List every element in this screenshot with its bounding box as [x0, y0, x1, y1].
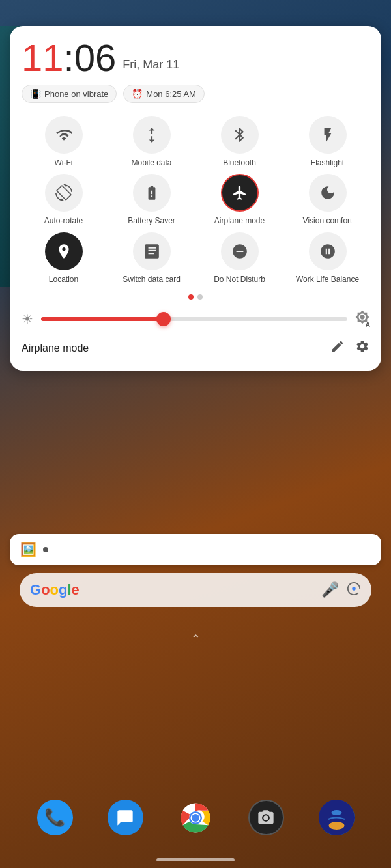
tile-auto-rotate[interactable]: Auto-rotate [22, 174, 106, 225]
tile-mobile-data-icon [133, 116, 171, 154]
tile-work-life-balance-label: Work Life Balance [296, 275, 359, 284]
dock-chrome[interactable] [178, 800, 214, 835]
dock-phone[interactable]: 📞 [37, 800, 73, 835]
tile-battery-saver[interactable]: Battery Saver [109, 174, 194, 225]
tile-mobile-data-label: Mobile data [131, 158, 171, 167]
clock-date: Fri, Mar 11 [123, 58, 179, 72]
tile-bluetooth-label: Bluetooth [223, 158, 256, 167]
tile-do-not-disturb-icon [221, 232, 259, 270]
tile-bluetooth-icon [221, 116, 259, 154]
alarm-icon: ⏰ [132, 89, 143, 99]
notif-dot [43, 547, 48, 552]
settings-button[interactable] [355, 339, 369, 357]
edit-button[interactable] [330, 339, 345, 357]
tile-location-icon [45, 232, 83, 270]
tile-work-life-balance[interactable]: Work Life Balance [285, 232, 369, 284]
chip-vibrate-label: Phone on vibrate [44, 89, 108, 99]
page-dot-2[interactable] [197, 294, 203, 300]
tile-battery-saver-label: Battery Saver [128, 216, 175, 225]
chip-alarm-label: Mon 6:25 AM [146, 89, 196, 99]
google-logo: Google [30, 581, 80, 598]
tile-switch-data-card-icon [133, 232, 171, 270]
status-chips: 📳 Phone on vibrate ⏰ Mon 6:25 AM [22, 85, 369, 103]
quick-tiles-grid: Wi-Fi Mobile data Bluetooth Flashlight [22, 116, 369, 284]
action-bar: Airplane mode [22, 339, 369, 357]
brightness-low-icon: ☀ [22, 311, 33, 327]
action-icons [330, 339, 369, 357]
mic-icon[interactable]: 🎤 [321, 581, 339, 598]
clock-separator: : [64, 36, 74, 79]
svg-point-0 [352, 587, 356, 591]
tile-flashlight-label: Flashlight [311, 158, 344, 167]
brightness-row: ☀ A [22, 310, 369, 328]
clock-time: 11:06 [22, 39, 116, 77]
tile-location-label: Location [49, 275, 78, 284]
svg-point-8 [331, 810, 341, 815]
chip-alarm[interactable]: ⏰ Mon 6:25 AM [123, 85, 205, 103]
brightness-slider[interactable] [41, 317, 347, 321]
tile-auto-rotate-label: Auto-rotate [44, 216, 83, 225]
vibrate-icon: 📳 [30, 89, 41, 99]
search-right-icons: 🎤 [321, 581, 361, 599]
home-indicator[interactable] [156, 858, 235, 861]
tile-bluetooth[interactable]: Bluetooth [197, 116, 282, 167]
clock-hour: 11 [22, 36, 64, 79]
tile-mobile-data[interactable]: Mobile data [109, 116, 194, 167]
tile-vision-comfort-icon [309, 174, 347, 212]
clock-minutes: 06 [74, 36, 117, 79]
action-label: Airplane mode [22, 343, 89, 354]
tile-wifi-icon [45, 116, 83, 154]
tile-vision-comfort[interactable]: Vision comfort [285, 174, 369, 225]
tile-switch-data-card[interactable]: Switch data card [109, 232, 194, 284]
notif-photo-icon: 🖼️ [20, 542, 36, 557]
tile-work-life-balance-icon [309, 232, 347, 270]
tile-vision-comfort-label: Vision comfort [303, 216, 353, 225]
app-dock: 📞 [20, 800, 371, 835]
brightness-fill [41, 317, 164, 321]
search-bar[interactable]: Google 🎤 [20, 573, 371, 607]
svg-point-5 [192, 814, 199, 822]
tile-wifi-label: Wi-Fi [55, 158, 73, 167]
tile-battery-saver-icon [133, 174, 171, 212]
brightness-auto-icon: A [355, 310, 369, 328]
lens-icon[interactable] [347, 581, 361, 599]
notification-bar: 🖼️ [10, 534, 381, 565]
tile-airplane-mode[interactable]: Airplane mode [197, 174, 282, 225]
page-dot-1[interactable] [188, 294, 194, 300]
tile-flashlight-icon [309, 116, 347, 154]
dock-earth[interactable] [319, 800, 355, 835]
tile-airplane-mode-icon [221, 174, 259, 212]
tile-flashlight[interactable]: Flashlight [285, 116, 369, 167]
page-dots [22, 294, 369, 300]
chip-vibrate[interactable]: 📳 Phone on vibrate [22, 85, 117, 103]
up-arrow[interactable]: ⌃ [190, 632, 201, 647]
tile-do-not-disturb[interactable]: Do Not Disturb [197, 232, 282, 284]
tile-wifi[interactable]: Wi-Fi [22, 116, 106, 167]
clock-area: 11:06 Fri, Mar 11 [22, 39, 369, 77]
dock-messages[interactable] [108, 800, 143, 835]
brightness-thumb[interactable] [156, 312, 171, 326]
tile-auto-rotate-icon [45, 174, 83, 212]
tile-do-not-disturb-label: Do Not Disturb [214, 275, 265, 284]
notification-panel: 11:06 Fri, Mar 11 📳 Phone on vibrate ⏰ M… [10, 26, 381, 371]
svg-point-7 [328, 822, 344, 830]
tile-switch-data-card-label: Switch data card [123, 275, 181, 284]
tile-airplane-mode-label: Airplane mode [214, 216, 265, 225]
tile-location[interactable]: Location [22, 232, 106, 284]
dock-camera[interactable] [248, 800, 284, 835]
